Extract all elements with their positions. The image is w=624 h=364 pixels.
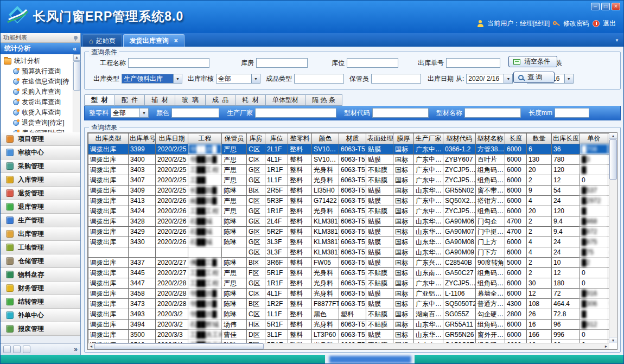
sidebar-module[interactable]: 退货管理 — [1, 187, 80, 200]
tab-list-dropdown-icon[interactable]: ▼ — [615, 38, 619, 43]
chevron-down-icon[interactable]: ▼ — [173, 74, 182, 83]
sidebar-module[interactable]: 项目管理 — [1, 132, 80, 146]
material-tab[interactable]: 成 品 — [206, 94, 236, 106]
sidebar-group-header[interactable]: 统计分析 « — [1, 43, 80, 54]
sidebar-module[interactable]: 财务管理 — [1, 282, 80, 295]
scroll-right-icon[interactable]: ► — [603, 344, 609, 348]
table-row[interactable]: 调拨出库34472020/2/28工██工程严思G区1R1F整料光身料6063-… — [88, 278, 618, 289]
project-name-input[interactable] — [128, 58, 209, 68]
column-header[interactable]: 表面处理 — [366, 133, 393, 144]
tree-item[interactable]: 在途信息查询[待 — [1, 76, 80, 87]
sidebar-module[interactable]: 出库管理 — [1, 227, 80, 241]
table-row[interactable]: 调拨出库34292020/2/26石██城陈琳G区5R2F整料KLM381760… — [88, 227, 618, 237]
order-no-input[interactable] — [446, 58, 500, 68]
scroll-down-icon[interactable]: ▼ — [609, 337, 617, 343]
column-header[interactable]: 出库长度 — [552, 133, 580, 144]
tree-scroll-thumb[interactable] — [73, 61, 80, 91]
profile-name-filter-input[interactable] — [464, 108, 521, 118]
sidebar-module[interactable]: 采购管理 — [1, 159, 80, 173]
table-row[interactable]: 调拨出库34242020/2/26工██工程严思G区1R1F整料光身料6063-… — [88, 206, 618, 216]
monitor-icon[interactable] — [23, 346, 30, 353]
material-tab[interactable]: 辅 材 — [145, 94, 175, 106]
manufacturer-filter-input[interactable] — [255, 108, 336, 118]
vertical-scroll-thumb[interactable] — [609, 139, 617, 180]
search-button[interactable]: 查 询 — [513, 72, 555, 83]
column-header[interactable]: 出库日期 — [156, 133, 188, 144]
tree-item[interactable]: 预算执行查询 — [1, 66, 80, 76]
table-row[interactable]: 调拨出库34282020/2/26石██城陈琳G区2L4F整料KLM381760… — [88, 216, 618, 227]
tree-item[interactable]: 发货出库查询 — [1, 97, 80, 107]
column-header[interactable]: 出库类型 — [88, 133, 129, 144]
table-row[interactable]: 调拨出库33992020/2/25华██原█严思C区2L1F整料SV10…606… — [88, 144, 618, 155]
sidebar-module[interactable]: 结转管理 — [1, 295, 80, 309]
column-header[interactable]: 生产厂家 — [414, 133, 443, 144]
table-row[interactable]: 调拨出库34452020/2/27工██工程严思F区5R1F整料光身料6063-… — [88, 268, 618, 278]
table-row[interactable]: 调拨出库35002020/3/3工██共工程曹佳D区3L1F整料LT3P6060… — [88, 330, 618, 340]
tree-item[interactable]: 收货入库查询 — [1, 107, 80, 118]
out-type-select[interactable]: 生产领料出库 ▼ — [122, 74, 182, 84]
table-row[interactable]: 调拨出库34372020/2/27佛██工█陈琳B区3R6F整料FW056063… — [88, 258, 618, 268]
chevron-down-icon[interactable]: ▼ — [251, 74, 260, 83]
tab-home[interactable]: ⌂ 起始页 — [82, 34, 122, 47]
tree-root[interactable]: 统计分析 — [1, 56, 80, 66]
column-header[interactable]: 材质 — [339, 133, 366, 144]
material-tab[interactable]: 单体型材 — [266, 94, 305, 106]
tree-item[interactable]: 采购入库查询 — [1, 87, 80, 97]
maximize-button[interactable]: □ — [601, 3, 610, 10]
table-row[interactable]: 调拨出库34092020/2/25长██园█陈琳B区2R5F整料LI35H060… — [88, 186, 618, 196]
panel-icon[interactable] — [3, 346, 11, 353]
material-tab[interactable]: 隔 热 条 — [305, 94, 342, 106]
tree-item[interactable]: 库存管理[待定] — [1, 128, 80, 132]
audit-select[interactable]: 全部 ▼ — [216, 74, 260, 84]
product-type-input[interactable] — [294, 74, 344, 84]
whole-piece-select[interactable]: 全部 ▼ — [111, 108, 149, 118]
column-header[interactable]: 出库单号 — [129, 133, 156, 144]
column-header[interactable]: 单价 — [580, 133, 608, 144]
clear-conditions-button[interactable]: 清空条件 — [508, 56, 557, 67]
column-header[interactable]: 库房 — [247, 133, 265, 144]
column-header[interactable]: 库位 — [265, 133, 288, 144]
sidebar-module[interactable]: 报废管理 — [1, 322, 80, 336]
sidebar-module[interactable]: 审核中心 — [1, 146, 80, 159]
tab-close-icon[interactable]: × — [174, 37, 178, 44]
column-header[interactable]: 型材代码 — [443, 133, 476, 144]
grid-icon[interactable] — [13, 346, 21, 353]
table-row[interactable]: G区3L3F整料KLM38176063-T5贴膜国标山东华…GA90M09…门下… — [88, 247, 618, 258]
table-row[interactable]: 调拨出库34302020/2/26石██城陈琳G区3L3F整料KLM381760… — [88, 237, 618, 247]
sidebar-module[interactable]: 工地管理 — [1, 241, 80, 254]
material-tab[interactable]: 玻 璃 — [175, 94, 206, 106]
date-from-picker[interactable]: 2020/ 2/16 ▼ — [466, 74, 513, 84]
material-tab[interactable]: 配 件 — [115, 94, 145, 106]
warehouse-input[interactable] — [256, 58, 308, 68]
pin-icon[interactable] — [74, 36, 78, 40]
scroll-up-icon[interactable]: ▲ — [73, 54, 80, 61]
color-filter-input[interactable] — [171, 108, 219, 118]
sidebar-module[interactable]: 生产管理 — [1, 214, 80, 227]
table-row[interactable]: 调拨出库34072020/2/25工██严思G区1L1F整料光身料6063-T5… — [88, 175, 618, 186]
change-password-link[interactable]: 修改密码 — [563, 19, 589, 28]
sidebar-module[interactable]: 物料盘存 — [1, 268, 80, 282]
chevron-down-icon[interactable]: ▼ — [139, 108, 148, 117]
table-row[interactable]: 调拨出库34732020/2/28华██原█陈琳B区1R2F整料F8877FT6… — [88, 299, 618, 309]
column-header[interactable]: 长度 — [505, 133, 527, 144]
sidebar-module[interactable]: 补单中心 — [1, 309, 80, 322]
sidebar-module[interactable]: 退库管理 — [1, 200, 80, 214]
sidebar-module[interactable]: 仓储管理 — [1, 254, 80, 268]
tab-shipping-outbound-query[interactable]: 发货出库查询 × — [123, 34, 184, 47]
vertical-scrollbar[interactable]: ▲ ▼ — [609, 133, 617, 343]
column-header[interactable]: 膜厚 — [393, 133, 414, 144]
material-tab[interactable]: 耗 材 — [235, 94, 266, 106]
profile-code-filter-input[interactable] — [372, 108, 429, 118]
table-row[interactable]: 调拨出库34582020/2/28华██原█陈琳C区4L1F整料光身料6063-… — [88, 289, 618, 299]
close-button[interactable]: × — [612, 3, 620, 10]
tree-item[interactable]: 退货查询[待定] — [1, 118, 80, 128]
tree-scrollbar[interactable]: ▲ — [73, 54, 80, 132]
logout-link[interactable]: 退出 — [603, 19, 616, 28]
horizontal-scroll-thumb[interactable] — [94, 343, 264, 349]
table-row[interactable]: 调拨出库34032020/2/25工██工程严思G区1R1F整料光身料6063-… — [88, 165, 618, 175]
table-row[interactable]: 调拨出库34942020/3/2石██辉城汤伟H区5R1F整料光身料6063-T… — [88, 320, 618, 330]
minimize-button[interactable]: – — [591, 3, 600, 10]
column-header[interactable]: 数量 — [527, 133, 552, 144]
length-filter-input[interactable] — [555, 108, 589, 118]
column-header[interactable]: 型材名称 — [476, 133, 505, 144]
